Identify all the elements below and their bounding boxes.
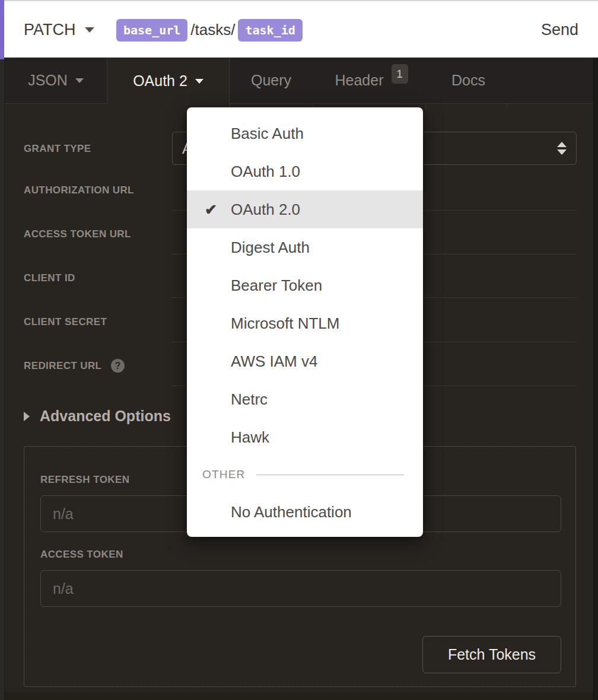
tab-header[interactable]: Header 1: [313, 58, 430, 103]
access-token-label: ACCESS TOKEN: [40, 548, 123, 561]
menu-item-oauth-1[interactable]: OAuth 1.0: [187, 152, 423, 190]
access-token-url-label: ACCESS TOKEN URL: [24, 228, 131, 240]
menu-item-label: Microsoft NTLM: [231, 314, 339, 333]
tab-separator: [507, 104, 507, 109]
chevron-down-icon: [85, 27, 94, 33]
menu-item-label: Digest Auth: [231, 238, 310, 257]
menu-item-label: Bearer Token: [231, 276, 322, 295]
tab-docs-label: Docs: [451, 72, 485, 89]
header-count-badge: 1: [392, 64, 408, 84]
url-bar: PATCH base_url /tasks/ task_id Send: [0, 0, 598, 58]
task-id-variable-pill[interactable]: task_id: [238, 19, 302, 42]
section-divider: [256, 475, 405, 475]
menu-section-other: OTHER: [187, 456, 423, 493]
chevron-down-icon: [75, 78, 84, 83]
left-pane-edge: [0, 58, 5, 700]
tab-auth-oauth2[interactable]: OAuth 2: [107, 58, 230, 104]
chevron-right-icon: [24, 412, 30, 421]
menu-item-label: OAuth 1.0: [231, 163, 300, 181]
right-pane-edge: [593, 58, 598, 700]
auth-type-menu: Basic Auth OAuth 1.0 ✔ OAuth 2.0 Digest …: [187, 107, 423, 537]
request-pane: PATCH base_url /tasks/ task_id Send JSON…: [0, 0, 598, 700]
method-dropdown-button[interactable]: PATCH: [24, 1, 94, 59]
advanced-options-toggle[interactable]: Advanced Options: [24, 408, 171, 425]
tab-body-json[interactable]: JSON: [5, 58, 107, 103]
menu-item-oauth-2[interactable]: ✔ OAuth 2.0: [187, 190, 423, 228]
menu-item-label: Basic Auth: [231, 125, 304, 143]
advanced-options-label: Advanced Options: [40, 408, 171, 425]
menu-item-bearer-token[interactable]: Bearer Token: [187, 266, 423, 304]
refresh-token-label: REFRESH TOKEN: [40, 473, 129, 486]
check-icon: ✔: [205, 201, 217, 218]
redirect-url-label: REDIRECT URL: [24, 359, 101, 372]
select-stepper-icon: [557, 142, 567, 155]
client-secret-label: CLIENT SECRET: [24, 316, 107, 328]
request-tabs: JSON OAuth 2 Query Header 1 Docs: [5, 58, 593, 104]
menu-item-hawk[interactable]: Hawk: [187, 418, 423, 456]
base-url-variable-pill[interactable]: base_url: [116, 19, 187, 42]
url-path-text: /tasks/: [190, 21, 235, 39]
menu-item-label: OAuth 2.0: [231, 201, 300, 219]
send-button[interactable]: Send: [541, 1, 578, 59]
menu-item-microsoft-ntlm[interactable]: Microsoft NTLM: [187, 304, 423, 342]
tab-auth-label: OAuth 2: [133, 72, 187, 90]
url-input[interactable]: base_url /tasks/ task_id: [116, 1, 303, 59]
help-icon[interactable]: ?: [111, 359, 125, 373]
menu-item-label: Hawk: [231, 428, 269, 447]
menu-item-basic-auth[interactable]: Basic Auth: [187, 114, 423, 152]
tab-query-label: Query: [251, 72, 291, 89]
menu-section-label: OTHER: [202, 468, 246, 481]
menu-item-netrc[interactable]: Netrc: [187, 380, 423, 418]
accent-stripe: [0, 0, 4, 59]
menu-item-label: No Authentication: [231, 503, 352, 521]
client-id-label: CLIENT ID: [24, 272, 75, 284]
tab-separator: [425, 104, 426, 109]
fetch-tokens-button[interactable]: Fetch Tokens: [422, 636, 561, 673]
chevron-down-icon: [195, 79, 203, 84]
tab-query[interactable]: Query: [230, 58, 313, 103]
tab-body-label: JSON: [28, 72, 68, 89]
menu-item-aws-iam-v4[interactable]: AWS IAM v4: [187, 342, 423, 380]
tab-header-label: Header: [335, 72, 384, 89]
authorization-url-label: AUTHORIZATION URL: [24, 184, 134, 196]
access-token-input[interactable]: [40, 570, 561, 607]
method-label: PATCH: [24, 21, 76, 39]
menu-item-label: AWS IAM v4: [231, 352, 317, 371]
grant-type-label: GRANT TYPE: [24, 142, 91, 155]
bottom-pane-edge: [5, 692, 593, 700]
menu-item-no-authentication[interactable]: No Authentication: [187, 493, 423, 531]
tab-docs[interactable]: Docs: [425, 58, 511, 103]
menu-item-digest-auth[interactable]: Digest Auth: [187, 228, 423, 266]
menu-item-label: Netrc: [231, 390, 268, 409]
